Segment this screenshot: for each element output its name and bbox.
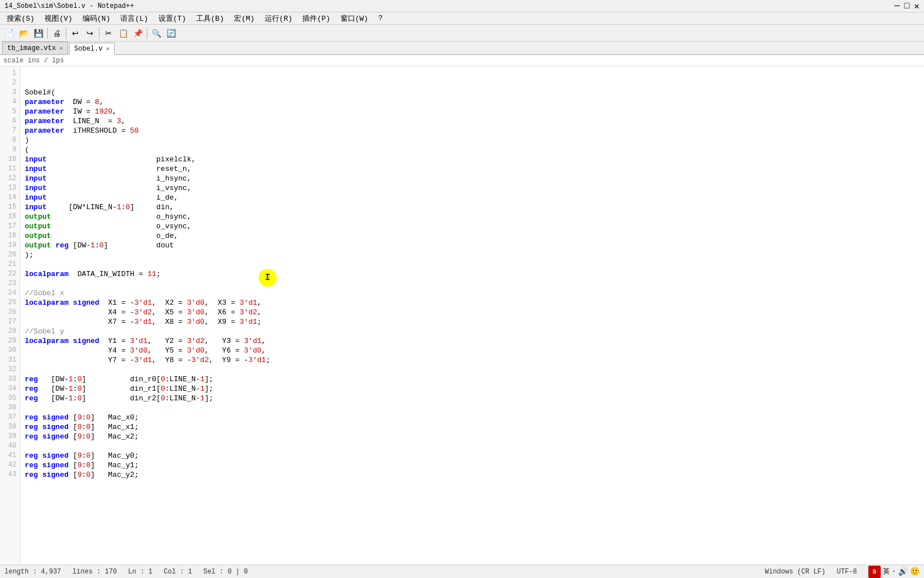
code-line-17: output o_de,: [25, 232, 178, 240]
tab-tb-image[interactable]: tb_image.vtx ✕: [2, 42, 68, 54]
code-area[interactable]: 1 2 3 4 5 6 7 8 9 10 11 12 13 14 15 16 1…: [0, 66, 924, 565]
code-line-33: reg [DW-1:0] din_r1[0:LINE_N-1];: [25, 385, 214, 393]
code-line-41: reg signed [9:0] Mac_y1;: [25, 461, 139, 469]
status-charset: UTF-8: [837, 568, 857, 576]
status-length: length : 4,937: [4, 568, 61, 576]
code-line-2: Sobel#(: [25, 88, 56, 97]
code-line-13: input i_de,: [25, 193, 178, 202]
code-line-26: X7 = -3'd1, X8 = 3'd0, X9 = 3'd1;: [25, 318, 261, 326]
code-line-42: reg signed [9:0] Mac_y2;: [25, 471, 139, 479]
code-line-16: output o_vsync,: [25, 222, 191, 231]
code-line-7: ): [25, 136, 29, 144]
redo-btn[interactable]: ↪: [83, 26, 97, 40]
tray-dots: ·: [892, 568, 896, 576]
sep4: [147, 28, 147, 39]
menu-bar: 搜索(S) 视图(V) 编码(N) 语言(L) 设置(T) 工具(B) 宏(M)…: [0, 12, 924, 25]
status-bar: length : 4,937 lines : 170 Ln : 1 Col : …: [0, 565, 924, 578]
code-line-6: parameter iTHRESHOLD = 50: [25, 127, 139, 135]
code-line-25: X4 = -3'd2, X5 = 3'd0, X6 = 3'd2,: [25, 308, 261, 317]
code-line-36: reg signed [9:0] Mac_x0;: [25, 413, 139, 422]
menu-language[interactable]: 语言(L): [116, 12, 152, 25]
tab-bar: tb_image.vtx ✕ Sobel.v ✕: [0, 42, 924, 55]
maximize-btn[interactable]: □: [904, 1, 910, 11]
code-line-4: parameter IW = 1920,: [25, 107, 117, 116]
code-line-38: reg signed [9:0] Mac_x2;: [25, 432, 139, 441]
breadcrumb-text: scale ins / lps: [3, 57, 64, 65]
menu-search[interactable]: 搜索(S): [2, 12, 39, 25]
print-btn[interactable]: 🖨: [50, 26, 64, 40]
tray-lang: 英: [883, 567, 890, 576]
code-line-40: reg signed [9:0] Mac_y0;: [25, 451, 139, 460]
breadcrumb: scale ins / lps: [0, 55, 924, 66]
menu-view[interactable]: 视图(V): [40, 12, 76, 25]
code-line-11: input i_hsync,: [25, 174, 191, 183]
sep1: [47, 28, 48, 39]
code-line-29: Y4 = 3'd0, Y5 = 3'd0, Y6 = 3'd0,: [25, 346, 266, 355]
tab-close-tb-image[interactable]: ✕: [59, 44, 63, 52]
menu-run[interactable]: 运行(R): [260, 12, 297, 25]
code-line-30: Y7 = -3'd1, Y8 = -3'd2, Y9 = -3'd1;: [25, 356, 270, 364]
copy-btn[interactable]: 📋: [116, 26, 130, 40]
paste-btn[interactable]: 📌: [131, 26, 144, 40]
minimize-btn[interactable]: ─: [894, 1, 900, 11]
menu-window[interactable]: 窗口(W): [336, 12, 373, 25]
code-line-19: );: [25, 251, 34, 259]
status-col: Col : 1: [164, 568, 192, 576]
code-line-24: localparam signed X1 = -3'd1, X2 = 3'd0,…: [25, 299, 261, 307]
sep3: [99, 28, 99, 39]
sogou-icon[interactable]: S: [868, 566, 881, 578]
code-line-14: input [DW*LINE_N-1:0] din,: [25, 203, 174, 211]
code-line-23: //Sobel x: [25, 289, 64, 297]
status-encoding: Windows (CR LF): [765, 568, 826, 576]
undo-btn[interactable]: ↩: [69, 26, 82, 40]
code-line-34: reg [DW-1:0] din_r2[0:LINE_N-1];: [25, 394, 214, 403]
code-content[interactable]: Sobel#( parameter DW = 8, parameter IW =…: [20, 66, 924, 565]
tab-label-tb-image: tb_image.vtx: [7, 44, 56, 52]
menu-plugins[interactable]: 插件(P): [298, 12, 334, 25]
toolbar: 📄 📂 💾 🖨 ↩ ↪ ✂ 📋 📌 🔍 🔄: [0, 25, 924, 42]
new-btn[interactable]: 📄: [2, 26, 16, 40]
code-line-28: localparam signed Y1 = 3'd1, Y2 = 3'd2, …: [25, 337, 266, 345]
title-text: 14_Sobel\sim\Sobel.v - Notepad++: [4, 2, 134, 10]
cursor-indicator: I: [259, 269, 277, 287]
cut-btn[interactable]: ✂: [102, 26, 115, 40]
code-line-18: output reg [DW-1:0] dout: [25, 241, 174, 250]
code-line-10: input reset_n,: [25, 165, 191, 173]
tray-smile: 🙂: [910, 567, 920, 576]
status-lines: lines : 170: [73, 568, 117, 576]
tab-label-sobel: Sobel.v: [74, 45, 102, 53]
status-sel: Sel : 0 | 0: [203, 568, 248, 576]
tab-close-sobel[interactable]: ✕: [106, 45, 110, 52]
menu-macro[interactable]: 宏(M): [229, 12, 259, 25]
line-numbers: 1 2 3 4 5 6 7 8 9 10 11 12 13 14 15 16 1…: [0, 66, 20, 565]
code-line-32: reg [DW-1:0] din_r0[0:LINE_N-1];: [25, 375, 214, 383]
menu-encode[interactable]: 编码(N): [78, 12, 115, 25]
replace-btn[interactable]: 🔄: [164, 26, 178, 40]
code-line-12: input i_vsync,: [25, 184, 191, 192]
code-line-5: parameter LINE_N = 3,: [25, 117, 125, 125]
menu-tools[interactable]: 工具(B): [192, 12, 228, 25]
code-line-8: (: [25, 146, 29, 154]
sep2: [66, 28, 66, 39]
close-btn[interactable]: ✕: [914, 1, 920, 12]
code-line-3: parameter DW = 8,: [25, 98, 103, 106]
code-line-9: input pixelclk,: [25, 155, 196, 164]
find-btn[interactable]: 🔍: [150, 26, 163, 40]
title-bar: 14_Sobel\sim\Sobel.v - Notepad++ ─ □ ✕: [0, 0, 924, 12]
code-line-37: reg signed [9:0] Mac_x1;: [25, 423, 139, 431]
menu-settings[interactable]: 设置(T): [154, 12, 191, 25]
save-btn[interactable]: 💾: [31, 26, 45, 40]
tab-sobel[interactable]: Sobel.v ✕: [69, 43, 115, 55]
menu-help[interactable]: ?: [374, 13, 387, 24]
tray-volume: 🔊: [898, 567, 908, 576]
status-ln: Ln : 1: [128, 568, 152, 576]
code-line-15: output o_hsync,: [25, 213, 191, 221]
open-btn[interactable]: 📂: [17, 26, 30, 40]
code-line-27: //Sobel y: [25, 327, 64, 336]
code-line-21: localparam DATA_IN_WIDTH = 11;: [25, 270, 161, 278]
